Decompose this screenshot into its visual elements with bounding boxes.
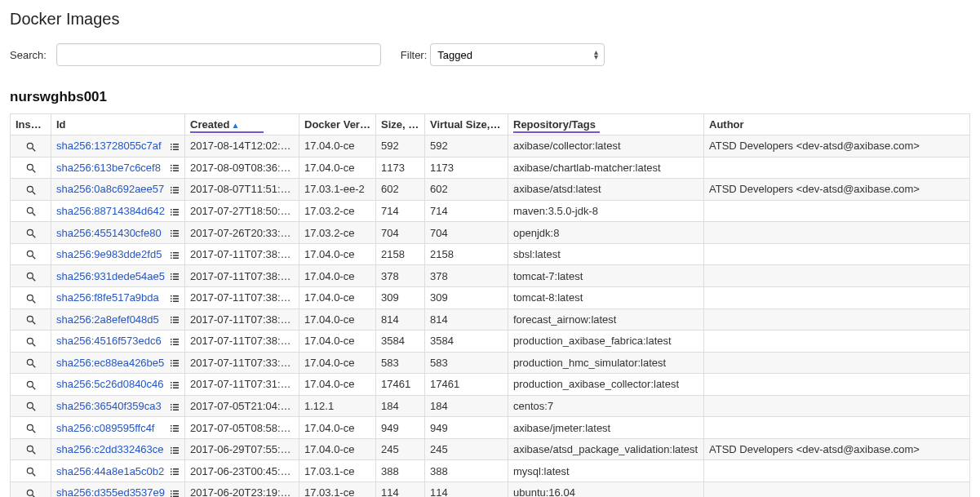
created-cell: 2017-07-11T07:38:15Z — [185, 331, 299, 353]
svg-rect-130 — [171, 490, 172, 492]
col-header-vsize[interactable]: Virtual Size, MB — [425, 114, 508, 135]
id-cell: sha256:9e983dde2fd5 — [51, 243, 185, 265]
virtual-size-cell: 714 — [425, 200, 508, 222]
svg-rect-103 — [173, 409, 179, 410]
image-id-link[interactable]: sha256:f8fe517a9bda — [56, 291, 159, 304]
magnifier-icon[interactable] — [25, 378, 37, 390]
list-icon[interactable] — [170, 400, 180, 412]
svg-rect-46 — [171, 257, 172, 259]
magnifier-icon[interactable] — [25, 226, 37, 238]
virtual-size-cell: 2158 — [425, 243, 508, 265]
search-input[interactable] — [56, 43, 381, 66]
svg-line-81 — [32, 365, 35, 368]
magnifier-icon[interactable] — [25, 335, 37, 347]
svg-point-48 — [27, 273, 33, 278]
list-icon[interactable] — [170, 313, 180, 326]
id-cell: sha256:2a8efef048d5 — [51, 308, 185, 331]
virtual-size-cell: 949 — [425, 417, 508, 439]
image-id-link[interactable]: sha256:c089595ffc4f — [56, 422, 154, 434]
svg-rect-102 — [171, 409, 172, 410]
list-icon[interactable] — [170, 335, 180, 347]
svg-line-121 — [32, 473, 35, 477]
image-id-link[interactable]: sha256:4551430cfe80 — [56, 227, 162, 239]
host-title: nurswghbs001 — [10, 89, 970, 105]
magnifier-icon[interactable] — [25, 183, 37, 195]
docker-version-cell: 17.03.2-ce — [299, 222, 376, 244]
image-id-link[interactable]: sha256:9e983dde2fd5 — [56, 248, 162, 260]
svg-rect-76 — [171, 341, 172, 343]
tags-cell: ubuntu:16.04 — [508, 482, 704, 498]
list-icon[interactable] — [170, 443, 180, 455]
list-icon[interactable] — [170, 270, 180, 282]
image-id-link[interactable]: sha256:d355ed3537e9 — [56, 486, 165, 497]
image-id-link[interactable]: sha256:931dede54ae5 — [56, 270, 165, 282]
list-icon[interactable] — [170, 227, 180, 239]
image-id-link[interactable]: sha256:88714384d642 — [56, 205, 165, 217]
tags-cell: axibase/chartlab-matcher:latest — [508, 157, 704, 179]
created-cell: 2017-07-11T07:38:28Z — [185, 286, 299, 308]
list-icon[interactable] — [170, 291, 180, 304]
magnifier-icon[interactable] — [25, 400, 37, 412]
filter-select[interactable]: Tagged — [430, 43, 605, 66]
list-icon[interactable] — [170, 378, 180, 390]
magnifier-icon[interactable] — [25, 162, 37, 174]
col-header-tags[interactable]: Repository/Tags — [508, 114, 704, 135]
magnifier-icon[interactable] — [25, 248, 37, 260]
docker-version-cell: 17.04.0-ce — [299, 438, 376, 460]
col-header-inspect[interactable]: Inspect — [11, 114, 51, 135]
list-icon[interactable] — [170, 422, 180, 434]
list-icon[interactable] — [170, 205, 180, 217]
svg-rect-36 — [171, 233, 172, 234]
created-cell: 2017-08-14T12:02:47Z — [185, 135, 299, 158]
list-icon[interactable] — [170, 183, 180, 195]
magnifier-icon[interactable] — [25, 357, 37, 369]
magnifier-icon[interactable] — [25, 464, 37, 477]
list-icon[interactable] — [170, 162, 180, 174]
list-icon[interactable] — [170, 357, 180, 369]
docker-version-cell: 17.04.0-ce — [299, 286, 376, 308]
svg-rect-99 — [173, 404, 179, 406]
magnifier-icon[interactable] — [25, 486, 37, 497]
virtual-size-cell: 17461 — [425, 374, 508, 396]
tags-cell: openjdk:8 — [508, 222, 704, 244]
svg-rect-86 — [171, 366, 172, 367]
image-id-link[interactable]: sha256:5c26d0840c46 — [56, 378, 164, 390]
image-id-link[interactable]: sha256:4516f573edc6 — [56, 335, 162, 347]
image-id-link[interactable]: sha256:2a8efef048d5 — [56, 313, 159, 326]
magnifier-icon[interactable] — [25, 205, 37, 217]
col-header-size[interactable]: Size, MB — [376, 114, 425, 135]
magnifier-icon[interactable] — [25, 140, 37, 152]
svg-rect-45 — [173, 255, 179, 256]
col-header-id[interactable]: Id — [51, 114, 185, 135]
svg-line-65 — [32, 322, 35, 325]
author-cell — [704, 200, 970, 222]
image-id-link[interactable]: sha256:613be7c6cef8 — [56, 162, 161, 174]
image-id-link[interactable]: sha256:44a8e1a5c0b2 — [56, 465, 164, 477]
docker-version-cell: 17.04.0-ce — [299, 243, 376, 265]
image-id-link[interactable]: sha256:36540f359ca3 — [56, 400, 162, 412]
image-id-link[interactable]: sha256:ec88ea426be5 — [56, 357, 164, 369]
svg-rect-62 — [171, 300, 172, 302]
id-cell: sha256:4516f573edc6 — [51, 331, 185, 353]
magnifier-icon[interactable] — [25, 443, 37, 455]
magnifier-icon[interactable] — [25, 313, 37, 326]
list-icon[interactable] — [170, 248, 180, 260]
size-cell: 3584 — [376, 331, 425, 353]
list-icon[interactable] — [170, 465, 180, 477]
image-id-link[interactable]: sha256:0a8c692aee57 — [56, 183, 164, 195]
list-icon[interactable] — [170, 486, 180, 497]
svg-rect-51 — [173, 273, 179, 275]
col-header-author[interactable]: Author — [704, 114, 970, 135]
list-icon[interactable] — [170, 140, 180, 152]
virtual-size-cell: 3584 — [425, 331, 508, 353]
size-cell: 949 — [376, 417, 425, 439]
col-header-docker[interactable]: Docker Version — [299, 114, 376, 135]
table-row: sha256:13728055c7af2017-08-14T12:02:47Z1… — [11, 135, 970, 158]
image-id-link[interactable]: sha256:c2dd332463ce — [56, 443, 164, 455]
svg-rect-78 — [171, 344, 172, 345]
magnifier-icon[interactable] — [25, 421, 37, 433]
image-id-link[interactable]: sha256:13728055c7af — [56, 140, 162, 152]
col-header-created[interactable]: Created▲ — [185, 114, 299, 135]
magnifier-icon[interactable] — [25, 291, 37, 304]
magnifier-icon[interactable] — [25, 269, 37, 282]
